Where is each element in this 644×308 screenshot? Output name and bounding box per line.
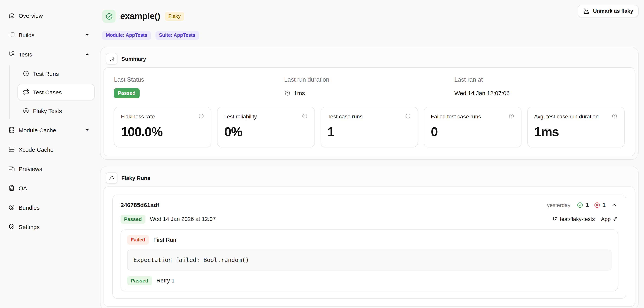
branch-name: feat/flaky-tests	[560, 216, 595, 222]
sidebar-item-settings[interactable]: Settings	[3, 218, 94, 236]
info-icon[interactable]	[302, 113, 308, 119]
last-status-label: Last Status	[114, 76, 284, 83]
info-icon[interactable]	[508, 113, 514, 119]
stat-card-test-case-runs: Test case runs 1	[321, 107, 418, 147]
passed-count-value: 1	[586, 202, 589, 208]
sidebar-item-tests[interactable]: Tests	[3, 45, 94, 63]
warning-icon	[109, 175, 114, 181]
test-status-icon-box	[102, 10, 116, 23]
stat-label: Test reliability	[224, 113, 257, 119]
flaky-runs-card: 246785d61adf yesterday 1	[104, 186, 635, 307]
warning-off-icon	[583, 8, 590, 14]
sidebar-item-test-runs[interactable]: Test Runs	[18, 65, 94, 82]
x-circle-icon	[594, 201, 600, 208]
home-icon	[8, 12, 15, 19]
project-link[interactable]: App	[601, 216, 618, 222]
sidebar-item-builds[interactable]: Builds	[3, 26, 94, 44]
sidebar-item-label: Xcode Cache	[18, 146, 54, 153]
attempt-status-badge: Passed	[127, 276, 152, 285]
summary-top-row: Last Status Passed Last run duration	[114, 76, 624, 98]
info-icon[interactable]	[198, 113, 204, 119]
section-title: Summary	[121, 56, 146, 62]
git-branch-icon	[552, 216, 558, 222]
stat-value: 0%	[224, 124, 308, 139]
app-window: Overview Builds Tests Test Runs	[0, 0, 644, 308]
flaky-run-item: 246785d61adf yesterday 1	[112, 194, 626, 299]
last-run-duration-block: Last run duration 1ms	[284, 76, 454, 98]
sidebar-item-overview[interactable]: Overview	[3, 6, 94, 24]
section-title: Flaky Runs	[121, 175, 150, 181]
stat-label: Avg. test case run duration	[534, 113, 599, 119]
last-status-block: Last Status Passed	[114, 76, 284, 98]
flaky-badge: Flaky	[165, 12, 184, 21]
run-meta-row: Passed Wed 14 Jan 2026 at 12:07 feat/fl	[120, 215, 618, 224]
sidebar-item-label: Test Runs	[33, 70, 59, 77]
unmark-as-flaky-button[interactable]: Unmark as flaky	[578, 5, 638, 17]
sidebar-item-test-cases[interactable]: Test Cases	[18, 84, 94, 100]
sidebar-item-previews[interactable]: Previews	[3, 160, 94, 178]
database-icon	[8, 127, 15, 134]
gauge-icon	[22, 70, 30, 77]
attempt-label: First Run	[153, 237, 176, 243]
run-date: Wed 14 Jan 2026 at 12:07	[150, 216, 216, 222]
status-badge: Passed	[114, 88, 140, 98]
sidebar-item-label: Test Cases	[33, 89, 62, 95]
sidebar-item-flaky-tests[interactable]: Flaky Tests	[18, 103, 94, 119]
server-icon	[8, 146, 15, 153]
stat-card-test-reliability: Test reliability 0%	[217, 107, 315, 147]
bundle-icon	[8, 204, 15, 211]
summary-icon-box	[106, 53, 118, 65]
stat-card-failed-test-case-runs: Failed test case runs 0	[424, 107, 521, 147]
flaky-icon	[22, 107, 30, 114]
module-badge: Module: AppTests	[102, 31, 151, 40]
sidebar-item-label: QA	[18, 185, 27, 191]
clipboard-check-icon	[8, 184, 15, 191]
attempt-label: Retry 1	[156, 278, 175, 284]
summary-panel-header: Summary	[104, 50, 635, 67]
info-icon[interactable]	[612, 113, 618, 119]
sidebar-item-label: Module Cache	[18, 127, 56, 133]
run-attempts-box: Failed First Run Expectation failed: Boo…	[120, 229, 618, 291]
sidebar-item-label: Tests	[18, 51, 32, 57]
sidebar-item-module-cache[interactable]: Module Cache	[3, 121, 94, 139]
stat-card-avg-duration: Avg. test case run duration 1ms	[527, 107, 624, 147]
sidebar-item-label: Settings	[18, 223, 40, 230]
panels: Summary Last Status Passed Last run dura…	[100, 47, 638, 308]
run-hash: 246785d61adf	[120, 202, 159, 208]
disc-icon	[109, 56, 114, 62]
attempt-row-retry-1: Passed Retry 1	[127, 276, 612, 285]
sidebar-item-qa[interactable]: QA	[3, 179, 94, 197]
link-icon	[612, 216, 618, 222]
sidebar-item-label: Flaky Tests	[33, 107, 62, 114]
builds-icon	[8, 31, 15, 38]
stat-value: 0	[431, 124, 514, 139]
stat-value: 100.0%	[121, 124, 204, 139]
stat-value: 1ms	[534, 124, 618, 139]
last-ran-at-label: Last ran at	[454, 76, 624, 83]
tests-icon	[8, 51, 15, 58]
run-relative-time: yesterday	[547, 202, 570, 208]
flaky-runs-panel-header: Flaky Runs	[104, 169, 635, 186]
collapse-run-button[interactable]	[610, 201, 618, 209]
stat-label: Failed test case runs	[431, 113, 481, 119]
run-header-row: 246785d61adf yesterday 1	[120, 201, 618, 209]
gear-icon	[8, 223, 15, 230]
sidebar-item-xcode-cache[interactable]: Xcode Cache	[3, 141, 94, 158]
stats-row: Flakiness rate 100.0% Test reliability	[114, 107, 624, 147]
failure-message-code-block: Expectation failed: Bool.random()	[127, 249, 612, 270]
stat-label: Test case runs	[328, 113, 363, 119]
repeat-icon	[22, 89, 30, 96]
sidebar-item-bundles[interactable]: Bundles	[3, 198, 94, 216]
unmark-button-label: Unmark as flaky	[593, 8, 633, 14]
history-clock-icon	[284, 90, 291, 96]
sidebar-item-label: Previews	[18, 165, 42, 172]
suite-badge: Suite: AppTests	[156, 31, 199, 40]
attempt-row-first-run: Failed First Run	[127, 235, 612, 244]
failed-count: 1	[594, 201, 606, 208]
passed-count: 1	[577, 201, 589, 208]
flaky-runs-panel: Flaky Runs 246785d61adf yesterday	[100, 166, 638, 308]
page-title: example()	[120, 11, 160, 21]
info-icon[interactable]	[405, 113, 411, 119]
sidebar-item-label: Bundles	[18, 204, 40, 211]
summary-card: Last Status Passed Last run duration	[104, 67, 635, 156]
